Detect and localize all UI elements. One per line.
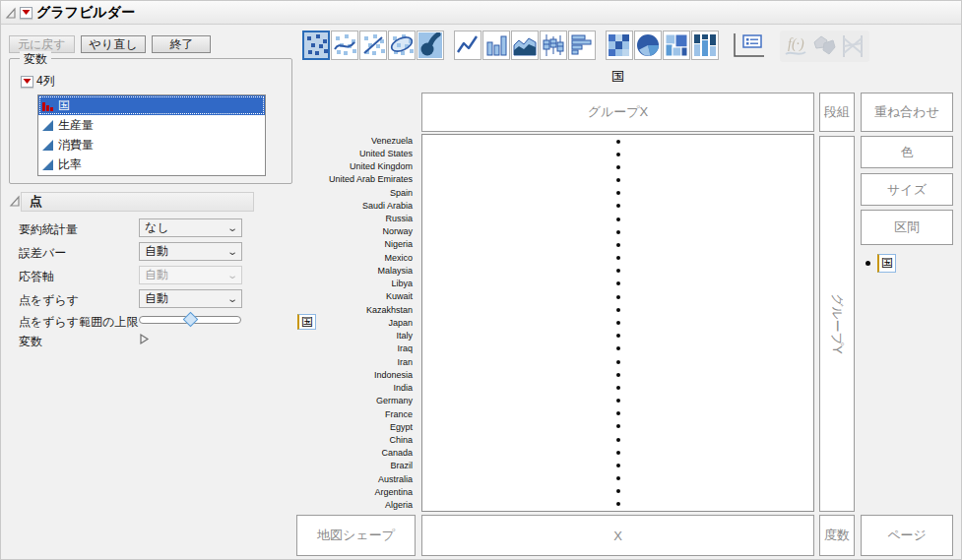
charttype-contour-icon[interactable]	[417, 31, 444, 60]
group-x-label: グループX	[588, 103, 649, 121]
list-item[interactable]: 国	[38, 95, 265, 115]
points-section-disclosure-icon[interactable]	[9, 195, 21, 207]
y-axis-variable-chip[interactable]: 国	[297, 314, 316, 330]
variables-panel-title: 変数	[20, 51, 51, 68]
data-point[interactable]	[616, 438, 620, 442]
plot-row	[422, 200, 813, 213]
charttype-smoother-icon[interactable]	[331, 31, 358, 60]
list-item[interactable]: 消費量	[38, 135, 265, 155]
data-point[interactable]	[616, 191, 620, 195]
slider-thumb[interactable]	[183, 312, 199, 328]
data-point[interactable]	[616, 308, 620, 312]
charttype-area-icon[interactable]	[511, 31, 539, 60]
variables-panel: 変数 4列 国 生産量 消費量 比率	[9, 58, 292, 184]
overlay-dropzone[interactable]: 重ね合わせ	[861, 93, 953, 132]
chart-type-toolbar: f(·)	[302, 31, 878, 62]
data-point[interactable]	[616, 204, 620, 208]
legend-item[interactable]: 国	[877, 254, 896, 273]
freq-zone-label: 度数	[824, 527, 850, 544]
variables-disclosure-icon[interactable]	[139, 333, 150, 345]
data-point[interactable]	[616, 424, 620, 428]
data-point[interactable]	[616, 489, 620, 493]
data-point[interactable]	[616, 218, 620, 221]
y-axis-title[interactable]: 国	[297, 314, 316, 331]
data-point[interactable]	[616, 256, 620, 260]
column-list[interactable]: 国 生産量 消費量 比率	[37, 94, 266, 176]
window-disclosure-icon[interactable]	[5, 7, 17, 19]
data-point[interactable]	[616, 321, 620, 325]
data-point[interactable]	[616, 360, 620, 364]
interval-dropzone[interactable]: 区間	[861, 210, 953, 245]
data-point[interactable]	[616, 346, 620, 350]
data-point[interactable]	[616, 153, 620, 156]
plot-row	[422, 213, 813, 225]
data-point[interactable]	[616, 451, 620, 455]
charttype-points-icon[interactable]	[302, 31, 330, 60]
charttype-heatmap-icon[interactable]	[606, 31, 633, 60]
charttype-box-plot-icon[interactable]	[540, 31, 567, 60]
freq-dropzone[interactable]: 度数	[819, 515, 855, 556]
data-point[interactable]	[616, 464, 620, 467]
plot-row	[422, 252, 813, 265]
data-point[interactable]	[616, 243, 620, 247]
plot-row	[422, 485, 813, 498]
plot-row	[422, 174, 813, 187]
data-point[interactable]	[616, 281, 620, 285]
columns-menu-icon[interactable]	[21, 76, 33, 88]
columns-zone-label: 段組	[824, 103, 850, 121]
group-y-dropzone[interactable]: グループY	[819, 136, 855, 512]
size-dropzone[interactable]: サイズ	[861, 173, 953, 206]
columns-header: 4列	[18, 73, 55, 90]
nominal-column-icon	[41, 99, 54, 112]
color-dropzone[interactable]: 色	[861, 136, 953, 168]
done-button[interactable]: 終了	[152, 35, 211, 53]
charttype-histogram-icon[interactable]	[568, 31, 596, 60]
charttype-caption-box-icon[interactable]	[729, 31, 770, 60]
jitter-dropdown[interactable]: 自動⌄	[139, 289, 242, 308]
group-y-label: グループY	[828, 293, 846, 354]
charttype-bar-icon[interactable]	[482, 31, 510, 60]
columns-dropzone[interactable]: 段組	[819, 93, 855, 132]
y-axis-tick-label: Indonesia	[296, 368, 417, 381]
data-point[interactable]	[616, 140, 620, 144]
data-point[interactable]	[616, 178, 620, 182]
group-x-dropzone[interactable]: グループX	[421, 93, 814, 132]
y-axis-tick-label: Egypt	[296, 420, 417, 433]
data-point[interactable]	[616, 373, 620, 377]
data-point[interactable]	[616, 476, 620, 480]
points-section-header[interactable]: 点	[21, 192, 254, 212]
data-point[interactable]	[616, 502, 620, 506]
plot-row	[422, 407, 813, 420]
list-item[interactable]: 生産量	[38, 115, 265, 135]
charttype-pie-icon[interactable]	[634, 31, 662, 60]
plot-row	[422, 238, 813, 251]
charttype-formula-icon[interactable]: f(·)	[782, 31, 809, 61]
data-point[interactable]	[616, 165, 620, 169]
data-point[interactable]	[616, 334, 620, 338]
map-shape-dropzone[interactable]: 地図シェープ	[296, 515, 416, 556]
charttype-parallel-icon[interactable]	[839, 31, 866, 61]
error-bars-dropdown[interactable]: 自動⌄	[139, 242, 242, 261]
jitter-limit-slider[interactable]	[139, 316, 241, 324]
charttype-line-of-fit-icon[interactable]	[359, 31, 387, 60]
list-item[interactable]: 比率	[38, 155, 265, 174]
x-dropzone[interactable]: X	[421, 515, 814, 556]
charttype-mosaic-icon[interactable]	[691, 31, 719, 60]
summary-statistic-value: なし	[145, 219, 169, 236]
data-point[interactable]	[616, 411, 620, 415]
size-zone-label: サイズ	[887, 181, 927, 199]
redo-button[interactable]: やり直し	[81, 35, 147, 53]
charttype-map-shapes-icon[interactable]	[810, 31, 838, 61]
data-point[interactable]	[616, 269, 620, 273]
plot-area[interactable]	[421, 134, 814, 512]
report-menu-icon[interactable]	[20, 7, 32, 19]
data-point[interactable]	[616, 230, 620, 234]
charttype-ellipse-icon[interactable]	[388, 31, 416, 60]
data-point[interactable]	[616, 295, 620, 299]
page-dropzone[interactable]: ページ	[861, 515, 953, 556]
charttype-line-icon[interactable]	[454, 31, 481, 60]
charttype-treemap-icon[interactable]	[663, 31, 690, 60]
summary-statistic-dropdown[interactable]: なし⌄	[139, 218, 242, 237]
data-point[interactable]	[616, 386, 620, 390]
data-point[interactable]	[616, 399, 620, 403]
